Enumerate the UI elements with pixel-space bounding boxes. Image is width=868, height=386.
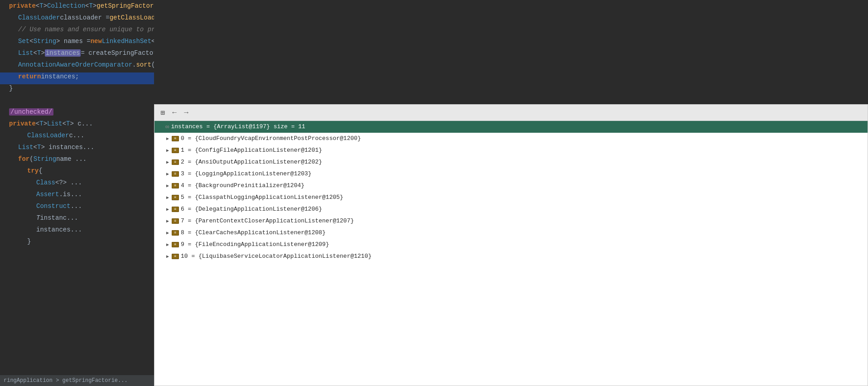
root-var-value: {ArrayList@1197} size = 11 bbox=[213, 123, 305, 130]
debug-item-0[interactable]: ▶ ≡ 0 = {CloudFoundryVcapEnvironmentPost… bbox=[154, 133, 868, 145]
code-var-instances-highlight: instances bbox=[45, 49, 81, 57]
code-text: = createSpringFactoriesInstances( bbox=[81, 49, 154, 57]
debug-item-4[interactable]: ▶ ≡ 4 = {BackgroundPreinitializer@1204} bbox=[154, 180, 868, 192]
code-line-t-instance: T instanc... bbox=[0, 214, 154, 226]
breadcrumb-bar: ringApplication > getSpringFactorie... bbox=[0, 375, 154, 386]
debug-item-text-6: 6 = {DelegatingApplicationListener@1206} bbox=[181, 206, 322, 212]
code-type-set: Set bbox=[18, 38, 29, 45]
code-line-list-instances: List < T > instances... bbox=[0, 143, 154, 155]
code-line-construct: Construct ... bbox=[0, 202, 154, 214]
code-text: .is... bbox=[59, 191, 82, 198]
debug-item-3[interactable]: ▶ ≡ 3 = {LoggingApplicationListener@1203… bbox=[154, 168, 868, 180]
expand-arrow-6[interactable]: ▶ bbox=[164, 206, 171, 212]
expand-arrow-8[interactable]: ▶ bbox=[164, 230, 171, 236]
code-type-T: T bbox=[39, 2, 43, 10]
debug-item-2[interactable]: ▶ ≡ 2 = {AnsiOutputApplicationListener@1… bbox=[154, 156, 868, 168]
code-text: < bbox=[85, 2, 89, 10]
code-type-T2: T bbox=[89, 2, 92, 10]
code-text: ( bbox=[151, 61, 154, 68]
code-type-string: String bbox=[34, 38, 56, 45]
code-text: > bbox=[41, 49, 44, 57]
debug-item-10[interactable]: ▶ ≡ 10 = {LiquibaseServiceLocatorApplica… bbox=[154, 251, 868, 262]
expand-arrow-7[interactable]: ▶ bbox=[164, 218, 171, 224]
code-text: > bbox=[43, 2, 47, 10]
debug-panel: ⊞ ← → ▼ ∞ instances = {ArrayList@1197} s… bbox=[154, 104, 868, 386]
forward-icon[interactable]: → bbox=[182, 108, 191, 117]
expand-arrow-3[interactable]: ▶ bbox=[164, 171, 171, 177]
code-text: { bbox=[39, 167, 42, 174]
code-text: . bbox=[132, 61, 136, 68]
code-text: } bbox=[9, 85, 13, 92]
code-method-name: getSpringFactoriesInstances bbox=[96, 2, 154, 10]
code-text: instanc... bbox=[40, 214, 78, 222]
code-text: < bbox=[34, 49, 37, 57]
code-line-5: List < T > instances = createSpringFacto… bbox=[0, 49, 154, 61]
code-editor: private < T > Collection < T > getSpring… bbox=[0, 0, 154, 386]
code-kw-private2: private bbox=[9, 120, 36, 127]
code-text: < bbox=[29, 38, 33, 45]
debug-root-row[interactable]: ▼ ∞ instances = {ArrayList@1197} size = … bbox=[154, 121, 868, 133]
debug-item-text-5: 5 = {ClasspathLoggingApplicationListener… bbox=[181, 194, 343, 201]
debug-item-9[interactable]: ▶ ≡ 9 = {FileEncodingApplicationListener… bbox=[154, 239, 868, 251]
code-type-list2: List bbox=[47, 120, 63, 127]
debug-toolbar: ⊞ ← → bbox=[154, 105, 868, 121]
code-unchecked-annotation: /unchecked/ bbox=[9, 108, 53, 116]
breadcrumb-text: ringApplication > getSpringFactorie... bbox=[4, 377, 128, 384]
debug-item-5[interactable]: ▶ ≡ 5 = {ClasspathLoggingApplicationList… bbox=[154, 192, 868, 203]
infinity-icon-root: ∞ bbox=[165, 123, 169, 130]
type-icon-0: ≡ bbox=[172, 136, 179, 141]
expand-arrow-root[interactable]: ▼ bbox=[158, 124, 164, 130]
code-type-string2: String bbox=[34, 155, 56, 163]
code-line-private2: private < T > List < T > c... bbox=[0, 120, 154, 131]
code-text: > bbox=[93, 2, 96, 10]
code-type-list3: List bbox=[18, 144, 34, 151]
debug-item-text-7: 7 = {ParentContextCloserApplicationListe… bbox=[181, 217, 354, 224]
type-icon-2: ≡ bbox=[172, 159, 179, 165]
debug-item-1[interactable]: ▶ ≡ 1 = {ConfigFileApplicationListener@1… bbox=[154, 145, 868, 156]
expand-arrow-5[interactable]: ▶ bbox=[164, 194, 171, 201]
code-type-T7: T bbox=[37, 144, 41, 151]
expand-arrow-9[interactable]: ▶ bbox=[164, 241, 171, 248]
expand-arrow-10[interactable]: ▶ bbox=[164, 253, 171, 260]
expand-arrow-4[interactable]: ▶ bbox=[164, 183, 171, 189]
type-icon-9: ≡ bbox=[172, 242, 179, 247]
code-type-T4: T bbox=[37, 49, 41, 57]
root-var-name: instances bbox=[171, 123, 203, 130]
expand-arrow-1[interactable]: ▶ bbox=[164, 147, 171, 154]
code-kw-try: try bbox=[27, 167, 39, 174]
code-text: instances... bbox=[36, 226, 82, 233]
code-text: ... bbox=[71, 203, 82, 210]
debug-item-8[interactable]: ▶ ≡ 8 = {ClearCachesApplicationListener@… bbox=[154, 227, 868, 239]
code-text: > instances... bbox=[41, 144, 94, 151]
code-kw-return: return bbox=[18, 73, 41, 80]
debug-item-text-10: 10 = {LiquibaseServiceLocatorApplication… bbox=[181, 253, 371, 260]
expand-arrow-0[interactable]: ▶ bbox=[164, 135, 171, 142]
type-icon-1: ≡ bbox=[172, 148, 179, 153]
code-line-8: } bbox=[0, 84, 154, 96]
code-comment-use-names: // Use names and ensure unique to protec… bbox=[18, 26, 154, 33]
code-kw-new: new bbox=[91, 38, 102, 45]
bookmark-icon[interactable]: ⊞ bbox=[158, 108, 167, 117]
debug-item-text-1: 1 = {ConfigFileApplicationListener@1201} bbox=[181, 147, 322, 154]
code-line-for: for ( String name ... bbox=[0, 155, 154, 167]
code-line-empty bbox=[0, 96, 154, 108]
root-var-equals: = bbox=[206, 123, 213, 130]
code-type-T6: T bbox=[66, 120, 70, 127]
code-kw-for: for bbox=[18, 155, 29, 163]
debug-item-6[interactable]: ▶ ≡ 6 = {DelegatingApplicationListener@1… bbox=[154, 203, 868, 215]
debug-content[interactable]: ▼ ∞ instances = {ArrayList@1197} size = … bbox=[154, 121, 868, 386]
debug-item-text-8: 8 = {ClearCachesApplicationListener@1208… bbox=[181, 229, 326, 236]
code-type-collection: Collection bbox=[47, 2, 85, 10]
code-type-T-italic: T bbox=[36, 214, 40, 222]
code-text: > c... bbox=[70, 120, 92, 127]
type-icon-6: ≡ bbox=[172, 207, 179, 212]
code-line-1: private < T > Collection < T > getSpring… bbox=[0, 2, 154, 14]
code-text: name ... bbox=[56, 155, 87, 163]
code-type-annotationaware: AnnotationAwareOrderComparator bbox=[18, 61, 132, 68]
back-icon[interactable]: ← bbox=[170, 108, 179, 117]
code-type-linkedhashset: LinkedHashSet bbox=[102, 38, 151, 45]
debug-item-7[interactable]: ▶ ≡ 7 = {ParentContextCloserApplicationL… bbox=[154, 215, 868, 227]
code-line-3: // Use names and ensure unique to protec… bbox=[0, 25, 154, 37]
code-type-classloader: ClassLoader bbox=[18, 14, 60, 21]
expand-arrow-2[interactable]: ▶ bbox=[164, 159, 171, 165]
